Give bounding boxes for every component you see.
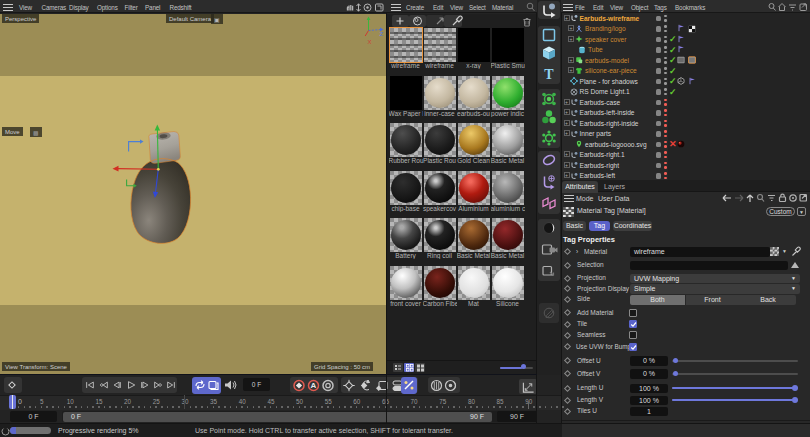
svg-text:T: T — [544, 67, 554, 82]
svg-text:X: X — [368, 39, 372, 45]
svg-text:Z: Z — [380, 31, 384, 37]
svg-text:A: A — [311, 381, 317, 390]
